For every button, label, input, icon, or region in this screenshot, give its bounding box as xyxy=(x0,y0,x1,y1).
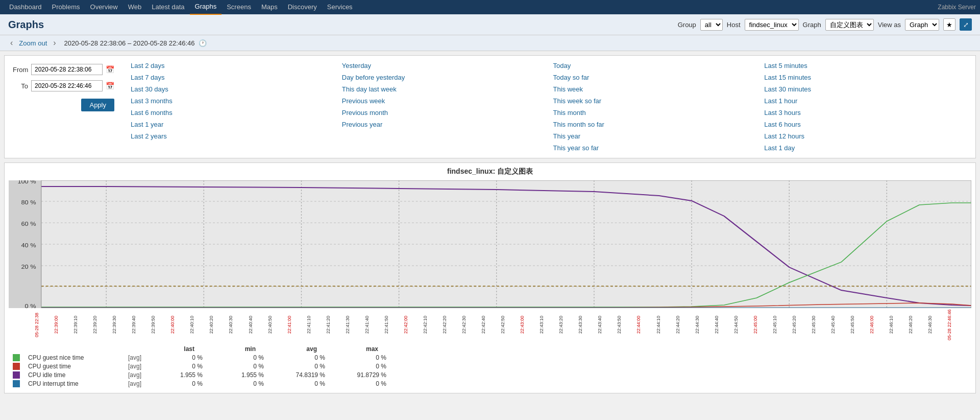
legend-item: CPU idle time [avg] 1.955 % 1.955 % 74.8… xyxy=(13,371,971,379)
link-last-15-minutes[interactable]: Last 15 minutes xyxy=(764,73,967,82)
link-last-1-year[interactable]: Last 1 year xyxy=(131,120,334,129)
from-input[interactable] xyxy=(31,64,103,75)
x-axis-label: 22:42:10 xyxy=(423,308,442,341)
host-select[interactable]: findsec_linux xyxy=(745,19,799,31)
legend-color xyxy=(13,354,20,361)
graph-select[interactable]: 自定义图表 xyxy=(825,19,874,31)
nav-graphs[interactable]: Graphs xyxy=(190,0,222,15)
x-axis-label: 22:39:20 xyxy=(92,308,112,341)
x-axis-label: 22:42:20 xyxy=(442,308,461,341)
x-axis-label: 22:44:00 xyxy=(636,308,655,341)
link-last-5-minutes[interactable]: Last 5 minutes xyxy=(764,61,967,71)
group-select[interactable]: all xyxy=(700,19,723,31)
page-header: Graphs Group all Host findsec_linux Grap… xyxy=(0,14,980,35)
next-time-button[interactable]: › xyxy=(51,38,58,48)
link-previous-year[interactable]: Previous year xyxy=(342,120,545,129)
from-label: From xyxy=(13,66,28,74)
prev-time-button[interactable]: ‹ xyxy=(8,38,15,48)
view-as-select[interactable]: Graph xyxy=(905,19,939,31)
link-last-3-months[interactable]: Last 3 months xyxy=(131,96,334,106)
legend-val-avg: 0 % xyxy=(284,363,325,370)
link-last-1-hour[interactable]: Last 1 hour xyxy=(764,96,967,106)
x-axis-label: 22:44:50 xyxy=(733,308,753,341)
nav-dashboard[interactable]: Dashboard xyxy=(4,0,47,14)
link-yesterday[interactable]: Yesterday xyxy=(342,61,545,71)
link-day-before-yesterday[interactable]: Day before yesterday xyxy=(342,73,545,82)
link-previous-week[interactable]: Previous week xyxy=(342,96,545,106)
link-this-week-so-far[interactable]: This week so far xyxy=(553,96,756,106)
link-this-week[interactable]: This week xyxy=(553,84,756,94)
legend-val-min: 0 % xyxy=(223,363,264,370)
link-this-day-last-week[interactable]: This day last week xyxy=(342,84,545,94)
quick-links-col2: Yesterday Day before yesterday This day … xyxy=(342,61,545,153)
nav-screens[interactable]: Screens xyxy=(222,0,256,14)
x-axis-label: 22:46:10 xyxy=(889,308,908,341)
x-axis-label: 22:41:40 xyxy=(364,308,384,341)
legend-val-last: 1.955 % xyxy=(162,371,203,379)
link-last-30-days[interactable]: Last 30 days xyxy=(131,84,334,94)
from-calendar-icon[interactable]: 📅 xyxy=(106,65,114,74)
link-last-2-years[interactable]: Last 2 years xyxy=(131,131,334,141)
x-axis-label: 22:44:40 xyxy=(714,308,733,341)
to-input[interactable] xyxy=(31,80,103,91)
x-axis-label: 05-28 22:46:46 xyxy=(947,308,966,341)
nav-problems[interactable]: Problems xyxy=(47,0,85,14)
link-last-6-months[interactable]: Last 6 months xyxy=(131,108,334,118)
favorite-button[interactable]: ★ xyxy=(943,18,955,31)
link-this-month[interactable]: This month xyxy=(553,108,756,118)
svg-text:0 %: 0 % xyxy=(25,304,36,308)
legend-val-avg: 0 % xyxy=(284,354,325,361)
top-navigation: Dashboard Problems Overview Web Latest d… xyxy=(0,0,980,14)
x-axis-label: 22:43:50 xyxy=(617,308,636,341)
x-axis-label: 22:44:30 xyxy=(695,308,714,341)
link-today[interactable]: Today xyxy=(553,61,756,71)
nav-maps[interactable]: Maps xyxy=(256,0,283,14)
x-axis-label: 22:40:00 xyxy=(170,308,189,341)
legend-val-last: 0 % xyxy=(162,354,203,361)
graph-container: findsec_linux: 自定义图表 xyxy=(4,162,976,393)
link-this-year[interactable]: This year xyxy=(553,131,756,141)
legend-val-max: 91.8729 % xyxy=(346,371,386,379)
link-last-1-day[interactable]: Last 1 day xyxy=(764,143,967,153)
to-calendar-icon[interactable]: 📅 xyxy=(106,82,114,90)
time-form-panel: From 📅 To 📅 Apply xyxy=(5,56,122,158)
apply-button[interactable]: Apply xyxy=(81,99,114,111)
x-axis-label: 22:45:50 xyxy=(850,308,869,341)
legend-val-last: 0 % xyxy=(162,363,203,370)
link-last-30-minutes[interactable]: Last 30 minutes xyxy=(764,84,967,94)
nav-discovery[interactable]: Discovery xyxy=(283,0,322,14)
link-this-month-so-far[interactable]: This month so far xyxy=(553,120,756,129)
x-axis-label: 22:45:30 xyxy=(811,308,830,341)
x-axis-label: 22:40:10 xyxy=(189,308,209,341)
x-axis-label: 22:39:40 xyxy=(131,308,151,341)
x-axis-label: 22:42:30 xyxy=(461,308,481,341)
x-axis-label: 22:43:30 xyxy=(578,308,597,341)
link-last-12-hours[interactable]: Last 12 hours xyxy=(764,131,967,141)
x-axis-label: 05-28 22:38 xyxy=(34,308,54,341)
nav-services[interactable]: Services xyxy=(322,0,358,14)
quick-links-col4: Last 5 minutes Last 15 minutes Last 30 m… xyxy=(764,61,967,153)
link-last-6-hours[interactable]: Last 6 hours xyxy=(764,120,967,129)
link-last-3-hours[interactable]: Last 3 hours xyxy=(764,108,967,118)
link-this-year-so-far[interactable]: This year so far xyxy=(553,143,756,153)
x-axis-label: 22:42:00 xyxy=(403,308,423,341)
expand-button[interactable]: ⤢ xyxy=(960,18,972,31)
server-name: Zabbix Server xyxy=(938,4,976,11)
link-last-2-days[interactable]: Last 2 days xyxy=(131,61,334,71)
link-today-so-far[interactable]: Today so far xyxy=(553,73,756,82)
legend-item: CPU interrupt time [avg] 0 % 0 % 0 % 0 % xyxy=(13,380,971,387)
nav-overview[interactable]: Overview xyxy=(85,0,123,14)
x-axis-label: 22:43:10 xyxy=(539,308,558,341)
link-previous-month[interactable]: Previous month xyxy=(342,108,545,118)
x-axis-label: 22:39:00 xyxy=(54,308,73,341)
legend-val-min: 0 % xyxy=(223,354,264,361)
nav-latest-data[interactable]: Latest data xyxy=(146,0,189,14)
x-axis-label: 22:40:50 xyxy=(267,308,287,341)
link-last-7-days[interactable]: Last 7 days xyxy=(131,73,334,82)
nav-web[interactable]: Web xyxy=(123,0,147,14)
legend-color xyxy=(13,363,20,370)
x-axis-label: 22:45:20 xyxy=(792,308,811,341)
clock-icon[interactable]: 🕐 xyxy=(199,39,207,47)
zoom-out-button[interactable]: Zoom out xyxy=(19,39,47,47)
legend-header: last min avg max xyxy=(13,345,971,353)
